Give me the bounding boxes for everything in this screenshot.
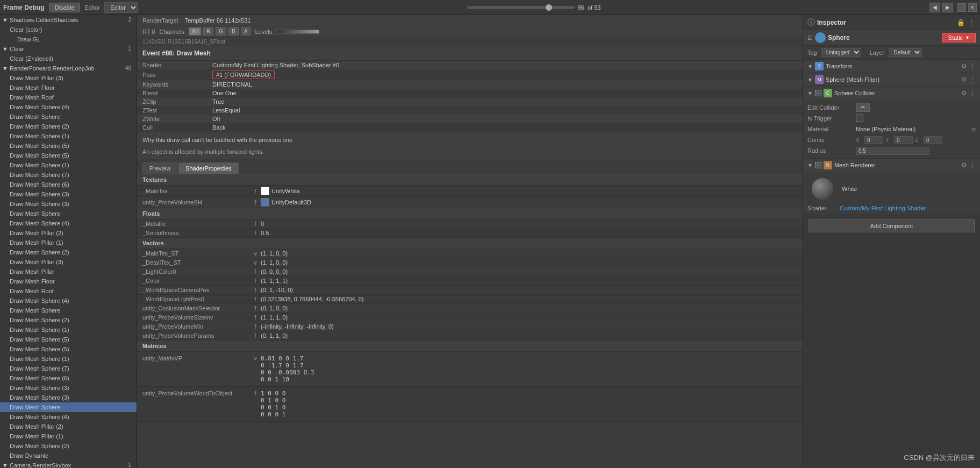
left-panel-item[interactable]: Draw Mesh Floor xyxy=(0,83,137,93)
left-panel-item[interactable]: Draw Mesh Sphere (5) xyxy=(0,151,137,160)
left-panel-item[interactable]: Draw Mesh Sphere (7) xyxy=(0,170,137,180)
left-panel-item[interactable]: Draw Mesh Sphere (5) xyxy=(0,141,137,151)
zclip-value: True xyxy=(207,97,803,106)
left-panel-item[interactable]: Draw Mesh Sphere (3) xyxy=(0,189,137,199)
component-mesh-renderer-header[interactable]: ▼ ✓ R Mesh Renderer ⚙ ⋮ xyxy=(803,159,980,172)
mesh-renderer-more-icon[interactable]: ⋮ xyxy=(969,161,976,169)
shader-props-tab[interactable]: ShaderProperties xyxy=(178,162,239,174)
left-panel-item[interactable]: Draw Mesh Sphere (3) xyxy=(0,393,137,402)
next-frame-button[interactable]: ▶ xyxy=(942,3,953,12)
left-panel-item[interactable]: Draw Mesh Pillar (3) xyxy=(0,73,137,83)
material-select-icon[interactable]: ⊙ xyxy=(971,126,976,132)
center-z-input[interactable] xyxy=(924,136,942,144)
transform-settings-icon[interactable]: ⚙ xyxy=(961,62,967,70)
left-panel-item[interactable]: ▼ Shadows.CollectShadows2 xyxy=(0,15,137,25)
left-panel-item[interactable]: Draw Mesh Sphere (2) xyxy=(0,441,137,451)
left-panel-item[interactable]: Draw Mesh Sphere (1) xyxy=(0,325,137,335)
close-icon[interactable]: ✕ xyxy=(968,3,977,12)
left-panel-item[interactable]: Draw Mesh Sphere (6) xyxy=(0,373,137,383)
layer-dropdown[interactable]: Default xyxy=(889,48,922,57)
matrix-type-1: f xyxy=(250,390,261,396)
left-panel-item[interactable]: ▼ Clear1 xyxy=(0,44,137,54)
left-panel-item[interactable]: Draw Mesh Sphere (6) xyxy=(0,180,137,189)
left-panel-item[interactable]: Draw Mesh Sphere (3) xyxy=(0,199,137,209)
left-panel-item[interactable]: Draw Mesh Pillar (1) xyxy=(0,238,137,247)
left-panel-item[interactable]: Draw Mesh Pillar (2) xyxy=(0,422,137,431)
left-panel-item[interactable]: Draw Mesh Pillar (1) xyxy=(0,431,137,441)
left-panel-item[interactable]: Clear (Z+stencil) xyxy=(0,54,137,63)
left-panel-item[interactable]: Draw Mesh Sphere (1) xyxy=(0,160,137,170)
left-panel-item[interactable]: Draw Mesh Floor xyxy=(0,276,137,286)
levels-track[interactable] xyxy=(276,30,319,34)
lock-icon[interactable]: 🔒 xyxy=(956,18,965,27)
prev-frame-button[interactable]: ◀ xyxy=(929,3,940,12)
left-panel-item[interactable]: Draw Mesh Sphere (2) xyxy=(0,247,137,257)
left-panel-item[interactable]: Draw Mesh Pillar (2) xyxy=(0,228,137,238)
channel-all[interactable]: All xyxy=(189,27,201,36)
left-panel-item[interactable]: Draw Mesh Sphere (2) xyxy=(0,315,137,325)
zclip-label: ZClip xyxy=(137,97,207,106)
left-panel-item[interactable]: ▼ RenderForward.RenderLoopJob40 xyxy=(0,63,137,73)
sphere-collider-settings-icon[interactable]: ⚙ xyxy=(961,89,967,97)
blend-row: Blend One One xyxy=(137,89,803,97)
left-panel-item[interactable]: Draw Mesh Sphere (3) xyxy=(0,383,137,393)
menu-icon[interactable]: ⋮ xyxy=(957,3,966,12)
component-transform-header[interactable]: ▼ T Transform ⚙ ⋮ xyxy=(803,60,980,73)
left-panel-item-label: Draw Mesh Sphere (5) xyxy=(10,141,69,150)
left-panel-item[interactable]: Draw Mesh Pillar xyxy=(0,267,137,276)
left-panel-item[interactable]: Draw Mesh Sphere (4) xyxy=(0,412,137,422)
left-panel-item[interactable]: Draw GL xyxy=(0,34,137,44)
center-x-input[interactable] xyxy=(864,136,883,144)
disable-button[interactable]: Disable xyxy=(49,3,81,12)
is-trigger-checkbox[interactable] xyxy=(856,115,863,122)
transform-more-icon[interactable]: ⋮ xyxy=(969,62,976,70)
left-panel-item[interactable]: Draw Mesh Pillar (3) xyxy=(0,257,137,267)
left-panel-item[interactable]: Draw Mesh Roof xyxy=(0,286,137,296)
left-panel-item[interactable]: Draw Mesh Sphere xyxy=(0,402,137,412)
sphere-collider-more-icon[interactable]: ⋮ xyxy=(969,89,976,97)
frame-slider-thumb[interactable] xyxy=(546,4,552,11)
channel-g[interactable]: G xyxy=(216,27,226,36)
preview-tab[interactable]: Preview xyxy=(142,162,177,174)
mesh-filter-settings-icon[interactable]: ⚙ xyxy=(961,76,967,83)
left-panel-item[interactable]: Draw Mesh Sphere (1) xyxy=(0,131,137,141)
left-panel-item[interactable]: Draw Mesh Sphere xyxy=(0,112,137,122)
channel-a[interactable]: A xyxy=(241,27,251,36)
left-panel-item[interactable]: Draw Mesh Sphere (2) xyxy=(0,122,137,131)
left-panel-item[interactable]: Draw Dynamic xyxy=(0,451,137,460)
component-mesh-filter-header[interactable]: ▼ M Sphere (Mesh Filter) ⚙ ⋮ xyxy=(803,73,980,86)
editor-dropdown[interactable]: Editor xyxy=(104,2,138,13)
left-panel-item[interactable]: Draw Mesh Sphere (4) xyxy=(0,102,137,112)
left-panel-item[interactable]: Draw Mesh Roof xyxy=(0,93,137,102)
component-sphere-collider-header[interactable]: ▼ ✓ C Sphere Collider ⚙ ⋮ xyxy=(803,87,980,100)
radius-input[interactable] xyxy=(856,147,929,155)
obj-checkbox[interactable]: ☑ xyxy=(807,34,813,41)
menu-dots-icon[interactable]: ⋮ xyxy=(967,18,976,27)
left-panel-item[interactable]: Draw Mesh Sphere xyxy=(0,209,137,218)
vector-row-5: _WorldSpaceLightPos0f(0.3213938, 0.76604… xyxy=(137,295,803,304)
center-y-input[interactable] xyxy=(894,136,913,144)
left-panel-item[interactable]: Draw Mesh Sphere (7) xyxy=(0,364,137,373)
channel-r[interactable]: R xyxy=(203,27,213,36)
static-button[interactable]: Static ▼ xyxy=(942,33,976,42)
left-panel-item[interactable]: Draw Mesh Sphere (5) xyxy=(0,344,137,354)
mesh-renderer-settings-icon[interactable]: ⚙ xyxy=(961,161,967,169)
tag-dropdown[interactable]: Untagged xyxy=(821,48,861,57)
left-panel-item[interactable]: Draw Mesh Sphere (1) xyxy=(0,354,137,364)
frame-slider-track[interactable] xyxy=(467,6,575,9)
left-panel-item[interactable]: Draw Mesh Sphere (5) xyxy=(0,335,137,344)
channel-b[interactable]: B xyxy=(228,27,239,36)
mesh-filter-more-icon[interactable]: ⋮ xyxy=(969,76,976,83)
left-panel-item[interactable]: Draw Mesh Sphere (4) xyxy=(0,296,137,306)
matrix-values-0: 0.81 0 0 1.70 -1.7 0 1.70 0 -0.0003 0.30… xyxy=(261,355,314,383)
sphere-collider-checkbox[interactable]: ✓ xyxy=(815,90,821,96)
edit-collider-button[interactable]: ✏ xyxy=(856,103,870,112)
left-panel-item[interactable]: Draw Mesh Sphere xyxy=(0,306,137,315)
left-panel-item[interactable]: ▼ Camera.RenderSkybox1 xyxy=(0,460,137,468)
left-panel-item[interactable]: Draw Mesh Sphere (4) xyxy=(0,218,137,228)
left-panel-item[interactable]: Clear (color) xyxy=(0,25,137,34)
add-component-button[interactable]: Add Component xyxy=(809,219,975,232)
ztest-label: ZTest xyxy=(137,106,207,115)
float-row-0: _Metallic f 0 xyxy=(137,219,803,229)
mesh-renderer-checkbox[interactable]: ✓ xyxy=(815,162,821,168)
